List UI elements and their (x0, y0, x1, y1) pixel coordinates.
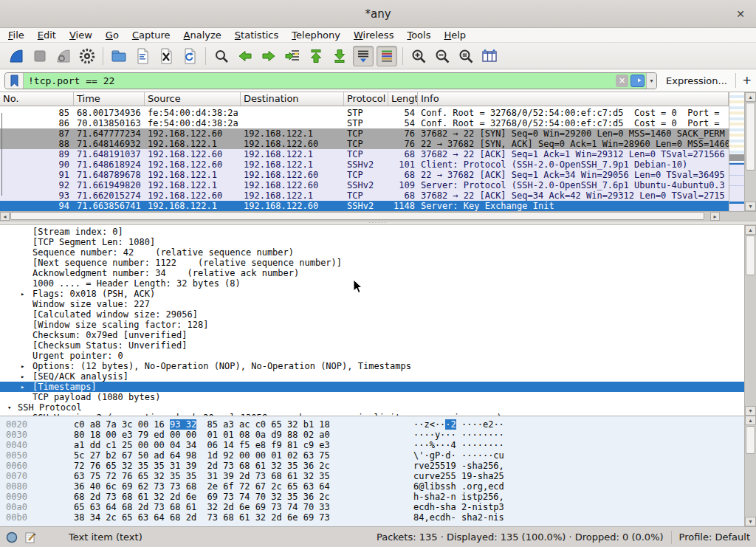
packet-row-94[interactable]: 9471.663856741192.168.122.1192.168.122.6… (0, 201, 729, 211)
filter-apply-button[interactable] (630, 75, 645, 87)
packet-row-86[interactable]: 8670.013850163fe:54:00:d4:38:2aSTP54Conf… (0, 118, 729, 128)
find-packet-button[interactable] (211, 46, 232, 66)
go-last-packet-button[interactable] (329, 46, 350, 66)
stop-capture-button[interactable] (30, 46, 50, 66)
hex-ascii[interactable]: 6@libssh .org,ecd (413, 481, 504, 492)
add-filter-button[interactable]: + (742, 74, 752, 87)
collapse-arrow-icon[interactable]: ▸ (21, 289, 24, 299)
hex-bytes[interactable]: 65 63 64 68 2d 73 68 61 32 2d 6e 69 73 7… (74, 502, 330, 512)
menu-wireless[interactable]: Wireless (347, 28, 400, 42)
hex-bytes[interactable]: 38 34 2c 65 63 64 68 2d 73 68 61 32 2d 6… (74, 512, 330, 523)
scroll-up-button[interactable]: ▴ (745, 416, 756, 425)
filter-input[interactable]: !tcp.port == 22 (24, 75, 616, 86)
packet-row-91[interactable]: 9171.648789678192.168.122.1192.168.122.6… (0, 170, 729, 180)
packet-list-vscrollbar[interactable]: ▴ ▾ (744, 92, 756, 211)
menu-analyze[interactable]: Analyze (177, 28, 228, 42)
packet-row-88[interactable]: 8871.648146932192.168.122.1192.168.122.6… (0, 139, 729, 149)
hex-row-0030[interactable]: 003080 18 00 e3 79 ed 00 00 01 01 08 0a … (0, 430, 756, 440)
detail-line[interactable]: [TCP Segment Len: 1080] (0, 237, 744, 247)
hex-bytes[interactable]: 63 75 72 76 65 32 35 35 31 39 2d 73 68 6… (74, 471, 330, 481)
status-profile[interactable]: Profile: Default (679, 531, 750, 543)
packet-row-93[interactable]: 9371.662015274192.168.122.60192.168.122.… (0, 190, 729, 201)
column-header-source[interactable]: Source (145, 92, 241, 106)
filter-history-dropdown[interactable]: ▾ (646, 73, 656, 89)
column-header-destination[interactable]: Destination (241, 92, 344, 106)
detail-line[interactable]: [Checksum Status: Unverified] (0, 340, 744, 351)
collapse-arrow-icon[interactable]: ▸ (21, 361, 24, 371)
scroll-thumb[interactable] (746, 426, 755, 454)
hex-bytes[interactable]: 72 76 65 32 35 35 31 39 2d 73 68 61 32 3… (74, 461, 330, 471)
menu-statistics[interactable]: Statistics (228, 28, 285, 42)
expression-button[interactable]: Expression... (666, 75, 727, 86)
zoom-in-button[interactable] (408, 46, 429, 66)
menu-file[interactable]: File (1, 28, 31, 42)
scroll-down-button[interactable]: ▾ (745, 202, 756, 211)
menu-edit[interactable]: Edit (31, 28, 63, 42)
detail-line[interactable]: [Calculated window size: 29056] (0, 309, 744, 320)
detail-line[interactable]: ▾SSH Protocol (0, 402, 744, 413)
scroll-left-button[interactable]: ◂ (0, 212, 10, 221)
menu-help[interactable]: Help (437, 28, 472, 42)
packet-row-89[interactable]: 8971.648191037192.168.122.60192.168.122.… (0, 149, 729, 159)
menu-go[interactable]: Go (99, 28, 126, 42)
column-header-time[interactable]: Time (74, 92, 145, 106)
detail-line[interactable]: ▸Options: (12 bytes), No-Operation (NOP)… (0, 361, 744, 371)
hex-ascii[interactable]: ecdh-sha 2-nistp3 (413, 502, 504, 512)
close-file-button[interactable] (156, 46, 176, 66)
detail-line[interactable]: 1000 .... = Header Length: 32 bytes (8) (0, 278, 744, 289)
zoom-original-button[interactable] (456, 46, 476, 66)
start-capture-button[interactable] (6, 46, 27, 66)
packet-row-87[interactable]: 8771.647777234192.168.122.60192.168.122.… (0, 128, 729, 139)
go-back-button[interactable] (235, 46, 255, 66)
go-forward-button[interactable] (258, 46, 279, 66)
column-header-length[interactable]: Length (388, 92, 418, 106)
column-header-protocol[interactable]: Protocol (344, 92, 388, 106)
filter-clear-button[interactable]: ✕ (616, 75, 628, 87)
hex-bytes[interactable]: 80 18 00 e3 79 ed 00 00 01 01 08 0a d9 8… (74, 430, 330, 440)
packet-minimap[interactable] (729, 92, 744, 211)
details-vscrollbar[interactable]: ▴ ▾ (744, 225, 756, 416)
scroll-thumb[interactable] (10, 212, 704, 220)
scroll-up-button[interactable]: ▴ (745, 92, 756, 102)
detail-line[interactable]: Urgent pointer: 0 (0, 351, 744, 361)
collapse-arrow-icon[interactable]: ▸ (21, 382, 24, 392)
scroll-down-button[interactable]: ▾ (745, 406, 756, 416)
colorize-button[interactable] (377, 46, 397, 66)
zoom-out-button[interactable] (432, 46, 453, 66)
display-filter-field[interactable]: !tcp.port == 22 ✕ ▾ (4, 72, 657, 89)
scroll-thumb[interactable] (746, 103, 755, 171)
detail-line[interactable]: ▸Flags: 0x018 (PSH, ACK) (0, 289, 744, 299)
hex-ascii[interactable]: 84,ecdh- sha2-nis (413, 512, 504, 523)
hex-row-0090[interactable]: 009068 2d 73 68 61 32 2d 6e 69 73 74 70 … (0, 492, 756, 502)
hex-row-00a0[interactable]: 00a065 63 64 68 2d 73 68 61 32 2d 6e 69 … (0, 502, 756, 512)
detail-line[interactable]: Acknowledgment number: 34 (relative ack … (0, 268, 744, 278)
scroll-up-button[interactable]: ▴ (745, 225, 756, 235)
capture-options-button[interactable] (77, 46, 97, 66)
column-header-info[interactable]: Info (418, 92, 729, 106)
detail-line[interactable]: ▸[SEQ/ACK analysis] (0, 371, 744, 382)
column-header-no[interactable]: No. (0, 92, 74, 106)
detail-line[interactable]: [Next sequence number: 1122 (relative se… (0, 258, 744, 268)
go-to-packet-button[interactable] (282, 46, 303, 66)
hex-ascii[interactable]: \'·gP·d· ······cu (413, 450, 504, 461)
hex-ascii[interactable]: ··z<···2 ····e2·· (413, 419, 504, 430)
hex-ascii[interactable]: rve25519 -sha256, (413, 461, 504, 471)
packet-row-85[interactable]: 8568.001734936fe:54:00:d4:38:2aSTP54Conf… (0, 108, 729, 118)
hex-row-0040[interactable]: 0040a1 dd c1 25 00 00 04 34 06 14 f5 e8 … (0, 440, 756, 450)
menu-capture[interactable]: Capture (126, 28, 177, 42)
reload-file-button[interactable] (179, 46, 200, 66)
hex-bytes[interactable]: 5c 27 b2 67 50 ad 64 98 1d 92 00 00 01 0… (74, 450, 330, 461)
detail-line[interactable]: Sequence number: 42 (relative sequence n… (0, 247, 744, 258)
detail-line[interactable]: [Window size scaling factor: 128] (0, 320, 744, 330)
detail-line[interactable]: Checksum: 0x79ed [unverified] (0, 330, 744, 340)
menu-view[interactable]: View (63, 28, 99, 42)
detail-line[interactable]: Window size value: 227 (0, 299, 744, 309)
hex-ascii[interactable]: ····y··· ········ (413, 430, 504, 440)
menu-tools[interactable]: Tools (400, 28, 437, 42)
scroll-right-button[interactable]: ▸ (710, 212, 720, 221)
hex-row-0060[interactable]: 006072 76 65 32 35 35 31 39 2d 73 68 61 … (0, 461, 756, 471)
hex-row-0080[interactable]: 008036 40 6c 69 62 73 73 68 2e 6f 72 67 … (0, 481, 756, 492)
open-file-button[interactable] (109, 46, 129, 66)
packet-row-90[interactable]: 9071.648618924192.168.122.60192.168.122.… (0, 159, 729, 170)
hex-row-0070[interactable]: 007063 75 72 76 65 32 35 35 31 39 2d 73 … (0, 471, 756, 481)
